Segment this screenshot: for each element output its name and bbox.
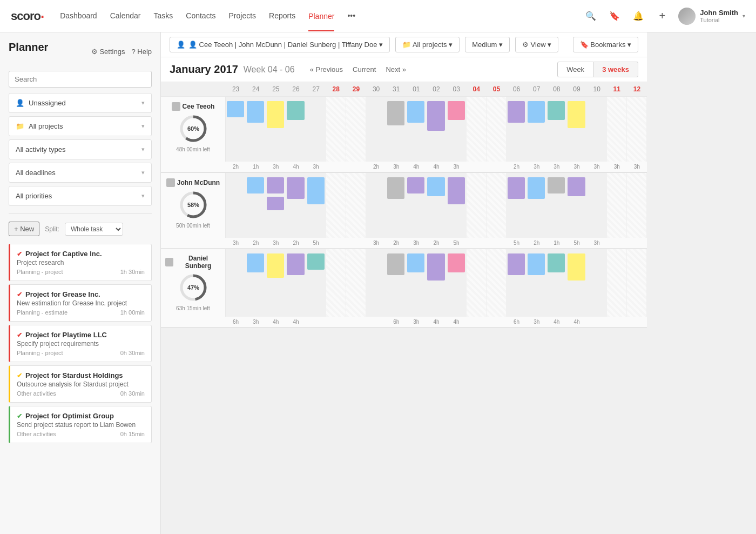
day-cell[interactable]: [426, 173, 446, 238]
logo[interactable]: scoro·: [11, 9, 44, 23]
day-cell-weekend[interactable]: [487, 173, 507, 238]
day-cell-weekend[interactable]: [467, 97, 487, 162]
day-cell-weekend[interactable]: [627, 97, 647, 162]
day-cell[interactable]: [426, 97, 446, 162]
task-item[interactable]: ✔ Project for Stardust Holdings Outsourc…: [9, 365, 152, 403]
day-cell[interactable]: [306, 173, 326, 238]
medium-filter-button[interactable]: Medium ▾: [465, 37, 510, 52]
day-cell-weekend[interactable]: [607, 173, 627, 238]
day-cell[interactable]: [406, 173, 426, 238]
nav-projects[interactable]: Projects: [229, 11, 256, 21]
day-cell-weekend[interactable]: [326, 249, 346, 317]
day-cell[interactable]: [447, 173, 467, 238]
search-input[interactable]: [9, 71, 152, 88]
day-cell[interactable]: [566, 173, 586, 238]
day-cell[interactable]: [526, 249, 546, 317]
calendar-container[interactable]: 23 24 25 26 27 28 29 30 31 01 02 03 04 0…: [161, 82, 647, 497]
day-cell[interactable]: [286, 249, 306, 317]
day-cell-weekend[interactable]: [326, 173, 346, 238]
task-item[interactable]: ✔ Project for Optimist Group Send projec…: [9, 406, 152, 443]
filter-priorities[interactable]: All priorities ▾: [9, 186, 152, 206]
add-icon[interactable]: +: [654, 9, 670, 24]
day-cell[interactable]: [226, 173, 246, 238]
task-item[interactable]: ✔ Project for Captive Inc. Project resea…: [9, 244, 152, 281]
help-button[interactable]: ? Help: [131, 48, 152, 56]
week-view-button[interactable]: Week: [557, 62, 593, 77]
three-weeks-view-button[interactable]: 3 weeks: [593, 62, 638, 77]
day-cell[interactable]: [507, 249, 526, 317]
day-cell-weekend[interactable]: [487, 97, 507, 162]
day-cell[interactable]: [566, 97, 586, 162]
day-cell-weekend[interactable]: [607, 249, 627, 317]
day-cell[interactable]: [447, 97, 467, 162]
day-cell[interactable]: [507, 173, 526, 238]
day-cell-weekend[interactable]: [346, 173, 366, 238]
day-cell-weekend[interactable]: [326, 97, 346, 162]
filter-activity-types[interactable]: All activity types ▾: [9, 139, 152, 159]
day-cell[interactable]: [526, 97, 546, 162]
day-cell[interactable]: [246, 97, 266, 162]
current-button[interactable]: Current: [350, 64, 378, 75]
day-cell[interactable]: [526, 173, 546, 238]
bookmark-icon[interactable]: 🔖: [607, 9, 622, 24]
day-cell[interactable]: [507, 97, 526, 162]
settings-button[interactable]: ⚙ Settings: [91, 48, 125, 56]
nav-reports[interactable]: Reports: [269, 11, 295, 21]
day-cell[interactable]: [406, 249, 426, 317]
user-menu[interactable]: John Smith Tutorial ▾: [678, 8, 745, 25]
day-cell-weekend[interactable]: [346, 249, 366, 317]
day-cell[interactable]: [406, 97, 426, 162]
day-cell[interactable]: [587, 97, 607, 162]
nav-dashboard[interactable]: Dashboard: [60, 11, 97, 21]
day-cell[interactable]: [286, 97, 306, 162]
projects-filter-button[interactable]: 📁 All projects ▾: [395, 37, 460, 52]
day-cell[interactable]: [546, 173, 566, 238]
nav-planner[interactable]: Planner: [308, 12, 334, 31]
day-cell[interactable]: [306, 249, 326, 317]
day-cell-weekend[interactable]: [346, 97, 366, 162]
people-filter-button[interactable]: 👤 👤 Cee Teeoh | John McDunn | Daniel Sun…: [170, 37, 390, 52]
day-cell[interactable]: [447, 249, 467, 317]
filter-deadlines[interactable]: All deadlines ▾: [9, 163, 152, 183]
day-cell[interactable]: [246, 249, 266, 317]
day-cell-weekend[interactable]: [487, 249, 507, 317]
search-icon[interactable]: 🔍: [583, 9, 598, 24]
day-cell[interactable]: [366, 249, 386, 317]
day-cell[interactable]: [386, 249, 406, 317]
day-cell[interactable]: [366, 173, 386, 238]
task-item[interactable]: ✔ Project for Playtime LLC Specify proje…: [9, 325, 152, 362]
day-cell[interactable]: [566, 249, 586, 317]
day-cell[interactable]: [546, 97, 566, 162]
filter-projects[interactable]: 📁 All projects ▾: [9, 116, 152, 136]
notification-icon[interactable]: 🔔: [631, 9, 646, 24]
next-button[interactable]: Next »: [383, 64, 408, 75]
day-cell-weekend[interactable]: [467, 249, 487, 317]
day-cell[interactable]: [587, 249, 607, 317]
nav-calendar[interactable]: Calendar: [110, 11, 141, 21]
day-cell[interactable]: [306, 97, 326, 162]
day-cell-weekend[interactable]: [627, 173, 647, 238]
day-cell[interactable]: [587, 173, 607, 238]
day-cell[interactable]: [226, 97, 246, 162]
day-cell[interactable]: [246, 173, 266, 238]
day-cell[interactable]: [266, 97, 286, 162]
day-cell[interactable]: [286, 173, 306, 238]
nav-contacts[interactable]: Contacts: [186, 11, 215, 21]
day-cell-weekend[interactable]: [607, 97, 627, 162]
day-cell[interactable]: [386, 97, 406, 162]
bookmarks-button[interactable]: 🔖 Bookmarks ▾: [573, 37, 638, 52]
previous-button[interactable]: « Previous: [308, 64, 345, 75]
day-cell[interactable]: [366, 97, 386, 162]
day-cell[interactable]: [226, 249, 246, 317]
day-cell-weekend[interactable]: [627, 249, 647, 317]
day-cell[interactable]: [266, 249, 286, 317]
day-cell[interactable]: [546, 249, 566, 317]
nav-tasks[interactable]: Tasks: [153, 11, 173, 21]
new-button[interactable]: + New: [9, 222, 39, 236]
split-select[interactable]: Whole task: [65, 223, 123, 236]
filter-unassigned[interactable]: 👤 Unassigned ▾: [9, 93, 152, 113]
day-cell[interactable]: [266, 173, 286, 238]
day-cell-weekend[interactable]: [467, 173, 487, 238]
view-button[interactable]: ⚙ View ▾: [515, 37, 558, 52]
day-cell[interactable]: [386, 173, 406, 238]
